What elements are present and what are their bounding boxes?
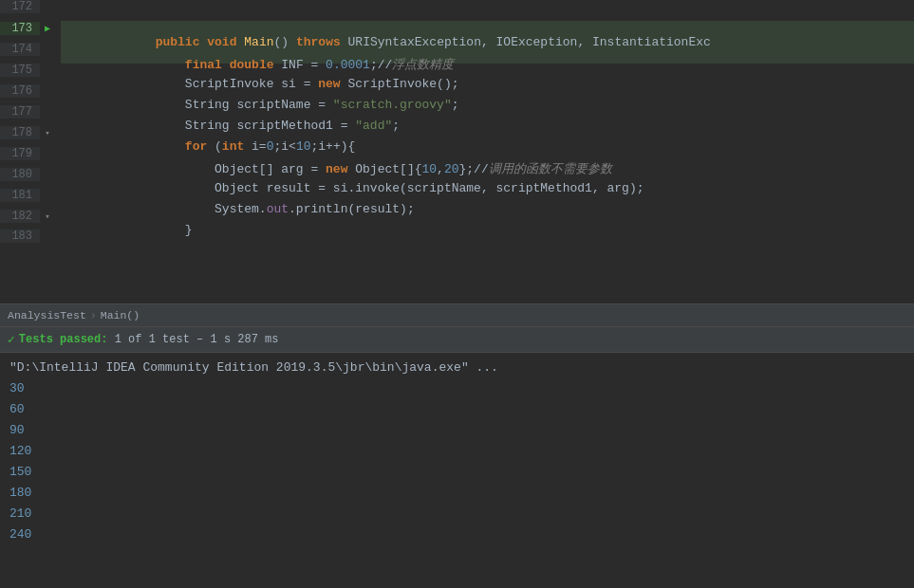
code-line-173: 173 ▶ public void Main() throws URISynta…	[0, 21, 914, 42]
code-line-181: 181 System.out.println(result);	[0, 188, 914, 209]
line-number: 180	[0, 168, 40, 181]
console-java-path-line: "D:\IntelliJ IDEA Community Edition 2019…	[9, 357, 905, 377]
line-number: 182	[0, 210, 40, 223]
line-gutter-fold[interactable]: ▾	[40, 211, 55, 222]
console-output-90: 90	[9, 419, 905, 440]
code-line-177: 177 String scriptMethod1 = "add";	[0, 104, 914, 125]
code-line-176: 176 String scriptName = "scratch.groovy"…	[0, 83, 914, 104]
code-line-174: 174 final double INF = 0.0001;//浮点数精度	[0, 42, 914, 63]
editor-area: 172 173 ▶ public void Main() throws URIS…	[0, 0, 914, 303]
line-number: 181	[0, 189, 40, 202]
code-line-179: 179 Object[] arg = new Object[]{10,20};/…	[0, 146, 914, 167]
test-of-text: of 1 test	[128, 333, 190, 346]
fold-icon[interactable]: ▾	[45, 128, 49, 138]
breadcrumb-class[interactable]: AnalysisTest	[8, 309, 86, 322]
line-number: 178	[0, 126, 40, 139]
line-number: 173	[0, 22, 40, 35]
console-output-60: 60	[9, 398, 905, 419]
console-output-150: 150	[9, 461, 905, 482]
console-output-240: 240	[9, 524, 905, 544]
line-number: 172	[0, 0, 40, 13]
code-line-180: 180 Object result = si.invoke(scriptName…	[0, 167, 914, 188]
code-content: 172 173 ▶ public void Main() throws URIS…	[0, 0, 914, 303]
console-output-30: 30	[9, 377, 905, 398]
code-line-178: 178 ▾ for (int i=0;i<10;i++){	[0, 125, 914, 146]
test-passed-icon: ✓	[8, 332, 15, 347]
test-results-bar: ✓ Tests passed: 1 of 1 test – 1 s 287 ms	[0, 326, 914, 353]
line-number: 175	[0, 64, 40, 77]
breadcrumb-separator: ›	[90, 309, 97, 322]
console-output-210: 210	[9, 503, 905, 524]
debug-arrow-icon: ▶	[45, 23, 50, 34]
test-time: – 1 s 287 ms	[190, 333, 279, 346]
code-line-175: 175 ScriptInvoke si = new ScriptInvoke()…	[0, 63, 914, 83]
line-gutter-fold[interactable]: ▾	[40, 128, 55, 138]
fold-end-icon: ▾	[45, 211, 49, 222]
line-number: 183	[0, 230, 40, 243]
code-line-172: 172	[0, 0, 914, 21]
test-passed-label: Tests passed:	[19, 333, 108, 346]
line-gutter-arrow: ▶	[40, 23, 55, 34]
line-number: 177	[0, 105, 40, 119]
console-output-180: 180	[9, 482, 905, 503]
line-number: 174	[0, 43, 40, 56]
line-number: 179	[0, 147, 40, 160]
line-number: 176	[0, 84, 40, 98]
breadcrumb-method[interactable]: Main()	[101, 309, 140, 322]
code-line-183: 183	[0, 230, 914, 250]
breadcrumb-bar: AnalysisTest › Main()	[0, 303, 914, 326]
console-area: "D:\IntelliJ IDEA Community Edition 2019…	[0, 353, 914, 548]
code-line-182: 182 ▾ }	[0, 209, 914, 230]
console-output-120: 120	[9, 440, 905, 461]
test-count: 1	[107, 333, 128, 346]
